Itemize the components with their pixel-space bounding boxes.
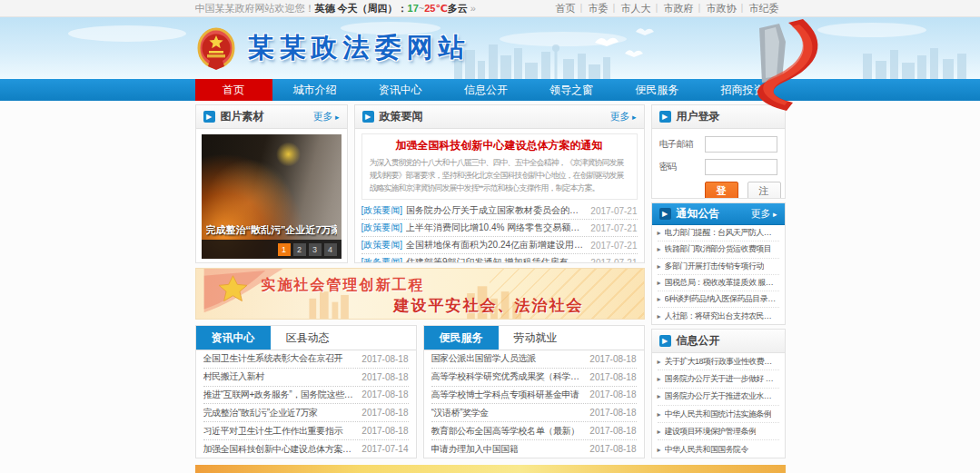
list-item-title[interactable]: 村民搬迁入新村 [203, 370, 357, 383]
photo-slide[interactable]: 完成整治“散乱污”企业近7万家 1 2 3 4 [202, 134, 342, 259]
weather-more-arrow-icon[interactable]: » [470, 3, 476, 14]
list-item-date: 2017-08-18 [589, 372, 636, 382]
nav-item-info-disclosure[interactable]: 信息公开 [443, 79, 529, 101]
list-item-title[interactable]: 国家公派出国留学人员选派 [431, 352, 585, 365]
nav-item-home[interactable]: 首页 [195, 79, 272, 101]
login-button[interactable]: 登录 [705, 182, 738, 199]
list-item-title[interactable]: 申请办理加入中国国籍 [431, 443, 585, 456]
list-item[interactable]: 高等学校博士学科点专项科研基金申请 2017-08-18 [431, 387, 637, 405]
nav-item-investment[interactable]: 招商投资 [699, 79, 785, 101]
news-title[interactable]: 国务院办公厅关于成立国家教材委员会的通知 [406, 204, 585, 217]
info-item[interactable]: 关于扩大18项行政事业性收费免征范围 [658, 353, 779, 370]
top-link[interactable]: 市人大 [615, 2, 658, 15]
notice-item-text[interactable]: 6种谈判药品纳入医保药品目录，这些细 [665, 293, 779, 305]
list-item-title[interactable]: 完成整治“散乱污”企业近7万家 [203, 407, 357, 419]
info-item[interactable]: 国务院办公厅关于推进农业水价 综合改 [658, 389, 779, 406]
notice-item-text[interactable]: 人社部：将研究出台支持农民工返乡创业 [665, 310, 779, 322]
public-services-panel: 便民服务 劳动就业 国家公派出国留学人员选派 2017-08-18 高等学校科学… [423, 325, 645, 458]
notice-item[interactable]: 6种谈判药品纳入医保药品目录，这些细 [658, 291, 779, 308]
news-title[interactable]: 住建部等9部门印发通知 增加租赁住房有效供给 [406, 256, 585, 263]
news-tag: [政务要闻] [361, 256, 403, 263]
list-item-title[interactable]: 习近平对卫生计生工作作出重要指示 [203, 425, 357, 438]
news-item[interactable]: [政策要闻] 全国耕地保有面积为20.24亿亩新增建设用地面积增加 2017-0… [361, 237, 638, 254]
news-title[interactable]: 上半年消费同比增10.4% 网络零售交易额同比增33.4% [406, 222, 585, 234]
slogan-banner: 实施社会管理创新工程 建设平安社会、法治社会 [195, 268, 645, 320]
info-item[interactable]: 中华人民共和国国务院令 [658, 440, 779, 458]
info-item[interactable]: 中华人民共和国统计法实施条例 [658, 406, 779, 423]
news-date: 2017-07-21 [590, 223, 637, 233]
news-date: 2017-07-21 [590, 206, 637, 216]
photo-more-link[interactable]: 更多 [312, 110, 339, 123]
info-item-text[interactable]: 国务院办公厅关于推进农业水价 综合改 [665, 390, 779, 402]
slogan-line-2: 建设平安社会、法治社会 [394, 295, 584, 316]
register-button[interactable]: 注册 [747, 182, 781, 199]
notice-item-text[interactable]: 国税总局：税收改革提质效 服务经济有 [665, 277, 779, 289]
tab-district-news[interactable]: 区县动态 [271, 326, 345, 350]
nav-item-leadership[interactable]: 领导之窗 [529, 79, 614, 101]
info-item-text[interactable]: 国务院办公厅关于进一步做好 民间投资 [665, 373, 779, 385]
list-item[interactable]: 国家公派出国留学人员选派 2017-08-18 [431, 350, 637, 369]
bottom-banner-strip [195, 465, 786, 473]
tab-public-services[interactable]: 便民服务 [424, 326, 499, 350]
notice-item[interactable]: 国税总局：税收改革提质效 服务经济有 [658, 275, 779, 291]
list-item[interactable]: 村民搬迁入新村 2017-08-18 [203, 369, 409, 387]
info-item[interactable]: 建设项目环境保护管理条例 [658, 423, 779, 440]
city-name: 英德 [315, 2, 335, 15]
notice-item-text[interactable]: 多部门开展打击传销专项行动 [665, 261, 764, 272]
photo-pagination: 1 2 3 4 [202, 240, 342, 259]
list-item[interactable]: 申请办理加入中国国籍 2017-08-18 [431, 440, 637, 458]
news-item[interactable]: [政策要闻] 上半年消费同比增10.4% 网络零售交易额同比增33.4% 201… [361, 220, 638, 237]
page-button[interactable]: 1 [278, 243, 291, 256]
top-link[interactable]: 首页 [549, 2, 582, 15]
email-input[interactable] [705, 136, 777, 153]
nav-item-news-center[interactable]: 资讯中心 [358, 79, 443, 101]
list-item[interactable]: 完成整治“散乱污”企业近7万家 2017-08-18 [203, 404, 409, 422]
temp-low: 17 [408, 3, 419, 14]
list-item[interactable]: 习近平对卫生计生工作作出重要指示 2017-08-18 [203, 422, 409, 440]
list-item-title[interactable]: 高等学校科学研究优秀成果奖（科学技术） [431, 370, 585, 383]
top-link[interactable]: 市政协 [700, 2, 743, 15]
top-link[interactable]: 市委 [582, 2, 615, 15]
list-item-title[interactable]: “汉语桥”奖学金 [431, 407, 585, 419]
list-item[interactable]: 高等学校科学研究优秀成果奖（科学技术） 2017-08-18 [431, 369, 637, 387]
top-link[interactable]: 市政府 [658, 2, 700, 15]
notice-item[interactable]: 多部门开展打击传销专项行动 [658, 259, 779, 275]
notice-item[interactable]: 铁路部门取消部分货运收费项目 [658, 241, 779, 258]
list-item[interactable]: 推进“互联网+政务服务”，国务院这些举措 2017-08-18 [203, 387, 409, 405]
list-item-title[interactable]: 全国卫生计生系统表彰大会在京召开 [203, 352, 357, 365]
info-item[interactable]: 国务院办公厅关于进一步做好 民间投资 [658, 370, 779, 388]
notice-item-text[interactable]: 电力部门提醒：台风天严防人身触电事故 [665, 227, 779, 239]
info-item-text[interactable]: 建设项目环境保护管理条例 [665, 426, 757, 438]
policy-headline-link[interactable]: 加强全国科技创新中心建设总体方案的通知 [370, 138, 629, 153]
nav-item-public-services[interactable]: 便民服务 [614, 79, 699, 101]
info-item-text[interactable]: 中华人民共和国国务院令 [665, 444, 748, 456]
list-item[interactable]: 全国卫生计生系统表彰大会在京召开 2017-08-18 [203, 350, 409, 369]
list-item[interactable]: 教育部公布全国高等学校名单（最新） 2017-08-18 [431, 422, 637, 440]
info-item-text[interactable]: 关于扩大18项行政事业性收费免征范围 [665, 356, 779, 368]
list-item[interactable]: 加强全国科技创新中心建设总体方案的通知 2017-07-14 [203, 440, 409, 458]
tab-employment[interactable]: 劳动就业 [499, 326, 573, 350]
list-item-date: 2017-07-14 [361, 444, 408, 454]
page-button[interactable]: 2 [293, 243, 306, 256]
list-item-title[interactable]: 教育部公布全国高等学校名单（最新） [431, 425, 585, 438]
notice-item-text[interactable]: 铁路部门取消部分货运收费项目 [665, 243, 772, 255]
info-item-text[interactable]: 中华人民共和国统计法实施条例 [665, 409, 772, 420]
news-title[interactable]: 全国耕地保有面积为20.24亿亩新增建设用地面积增加 [406, 239, 585, 251]
page-button[interactable]: 4 [324, 243, 337, 256]
list-item-title[interactable]: 推进“互联网+政务服务”，国务院这些举措 [203, 389, 357, 401]
notice-more-link[interactable]: 更多 [750, 207, 777, 221]
password-input[interactable] [705, 159, 777, 175]
info-disclosure-panel: 信息公开 关于扩大18项行政事业性收费免征范围 国务院办公厅关于进一步做好 民间… [651, 329, 786, 458]
news-item[interactable]: [政务要闻] 住建部等9部门印发通知 增加租赁住房有效供给 2017-07-21 [361, 254, 638, 263]
news-item[interactable]: [政策要闻] 国务院办公厅关于成立国家教材委员会的通知 2017-07-21 [361, 202, 638, 220]
page-button[interactable]: 3 [309, 243, 322, 256]
list-item[interactable]: “汉语桥”奖学金 2017-08-18 [431, 404, 637, 422]
notice-item[interactable]: 电力部门提醒：台风天严防人身触电事故 [658, 225, 779, 241]
list-item-title[interactable]: 高等学校博士学科点专项科研基金申请 [431, 389, 585, 401]
tab-news-center[interactable]: 资讯中心 [196, 326, 271, 350]
list-item-title[interactable]: 加强全国科技创新中心建设总体方案的通知 [203, 443, 357, 456]
nav-item-city-intro[interactable]: 城市介绍 [272, 79, 358, 101]
policy-more-link[interactable]: 更多 [609, 110, 636, 123]
notice-item[interactable]: 人社部：将研究出台支持农民工返乡创业 [658, 308, 779, 324]
top-link[interactable]: 市纪委 [743, 2, 786, 15]
